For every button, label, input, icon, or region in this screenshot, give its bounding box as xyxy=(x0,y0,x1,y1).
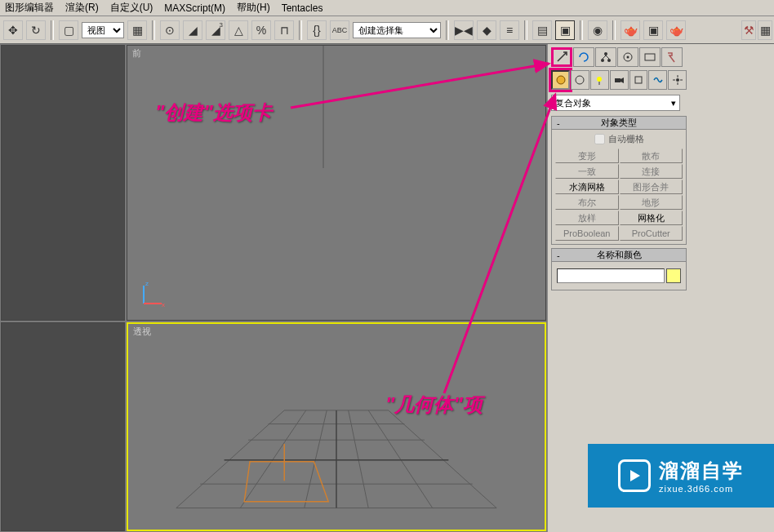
svg-line-17 xyxy=(349,410,369,508)
btn-terrain: 地形 xyxy=(620,195,683,210)
reference-dropdown[interactable]: 视图 xyxy=(82,22,124,38)
object-type-rollout-header[interactable]: - 对象类型 xyxy=(551,116,687,130)
subtab-geometry[interactable] xyxy=(551,70,570,90)
tab-utilities[interactable] xyxy=(661,47,683,67)
svg-point-28 xyxy=(627,56,629,59)
tab-display[interactable] xyxy=(639,47,661,67)
selection-set-dropdown[interactable]: 创建选择集 xyxy=(353,22,441,38)
menu-bar: 图形编辑器 渲染(R) 自定义(U) MAXScript(M) 帮助(H) Te… xyxy=(0,0,774,16)
subtab-spacewarps[interactable] xyxy=(648,70,667,90)
viewport-front[interactable]: 前 z x xyxy=(127,45,546,321)
angle-snap-icon[interactable]: △ xyxy=(229,20,248,40)
display-icon xyxy=(643,51,656,64)
btn-blobmesh[interactable]: 水滴网格 xyxy=(555,180,619,194)
abc-icon[interactable]: ABC xyxy=(330,20,349,40)
scale-tool-icon[interactable]: ▢ xyxy=(59,20,78,40)
axis-gizmo-front: z x xyxy=(137,277,170,310)
viewport-bottom-left[interactable] xyxy=(1,322,125,531)
svg-rect-35 xyxy=(635,77,642,83)
perspective-grid xyxy=(128,324,545,529)
object-name-input[interactable] xyxy=(557,268,665,283)
sphere-icon xyxy=(555,74,567,86)
svg-point-24 xyxy=(604,52,607,55)
curve-editor-icon[interactable]: ▤ xyxy=(532,20,552,40)
systems-icon xyxy=(672,74,683,86)
viewports: 前 z x 透视 xyxy=(0,44,547,532)
tab-motion[interactable] xyxy=(617,47,638,67)
menu-item-customize[interactable]: 自定义(U) xyxy=(110,1,153,15)
name-color-rollout-title: 名称和颜色 xyxy=(597,249,642,261)
menu-item-help[interactable]: 帮助(H) xyxy=(237,1,270,15)
hierarchy-icon xyxy=(599,51,612,64)
snap-3-icon[interactable]: ◢3 xyxy=(206,20,225,40)
hammer-icon xyxy=(665,51,678,64)
front-grid xyxy=(127,46,372,168)
btn-procutter: ProCutter xyxy=(620,226,683,241)
svg-point-30 xyxy=(557,76,565,84)
svg-rect-29 xyxy=(645,54,655,60)
svg-line-16 xyxy=(305,410,327,508)
percent-snap-icon[interactable]: % xyxy=(251,20,271,40)
menu-item-render[interactable]: 渲染(R) xyxy=(65,1,99,15)
svg-point-31 xyxy=(576,76,584,84)
svg-line-18 xyxy=(368,410,432,508)
play-icon xyxy=(618,459,651,492)
menu-item-graph-editor[interactable]: 图形编辑器 xyxy=(5,1,54,15)
render-frame-icon[interactable]: ▣ xyxy=(643,20,663,40)
subtab-helpers[interactable] xyxy=(629,70,648,90)
subtab-systems[interactable] xyxy=(668,70,687,90)
btn-mesher[interactable]: 网格化 xyxy=(620,211,683,225)
rollout-toggle-icon-2: - xyxy=(557,250,560,260)
quick-render-icon[interactable]: 🫖 xyxy=(666,20,686,40)
tab-create[interactable] xyxy=(551,47,572,67)
svg-line-19 xyxy=(389,410,496,508)
extra-tool-1-icon[interactable]: ⚒ xyxy=(741,20,756,40)
shape-icon xyxy=(574,74,585,86)
menu-item-maxscript[interactable]: MAXScript(M) xyxy=(164,2,225,14)
tab-modify[interactable] xyxy=(573,47,594,67)
tab-hierarchy[interactable] xyxy=(595,47,616,67)
svg-point-26 xyxy=(607,59,611,62)
svg-rect-34 xyxy=(615,78,621,82)
snap-edge-icon[interactable]: ◢ xyxy=(183,20,202,40)
named-sel-icon[interactable]: {} xyxy=(307,20,327,40)
object-color-swatch[interactable] xyxy=(666,268,681,283)
auto-grid-checkbox xyxy=(594,134,605,144)
spacewarp-icon xyxy=(652,74,664,86)
viewport-top-left[interactable] xyxy=(1,45,125,321)
grid-icon[interactable]: ▦ xyxy=(127,20,147,40)
align-icon[interactable]: ◆ xyxy=(477,20,496,40)
layers-icon[interactable]: ≡ xyxy=(500,20,519,40)
category-dropdown[interactable]: 复合对象 ▾ xyxy=(551,95,680,111)
menu-item-tentacles[interactable]: Tentacles xyxy=(282,2,323,14)
subtab-lights[interactable] xyxy=(590,70,609,90)
subtab-shapes[interactable] xyxy=(571,70,589,90)
mirror-icon[interactable]: ▶◀ xyxy=(454,20,474,40)
btn-boolean: 布尔 xyxy=(555,195,619,210)
schematic-icon[interactable]: ▣ xyxy=(555,20,575,40)
subtab-cameras[interactable] xyxy=(610,70,629,90)
render-setup-icon[interactable]: 🫖 xyxy=(621,20,640,40)
rotate-tool-icon[interactable]: ↻ xyxy=(26,20,46,40)
svg-point-36 xyxy=(676,78,679,82)
chevron-down-icon: ▾ xyxy=(671,98,676,109)
svg-marker-40 xyxy=(630,470,640,481)
name-color-rollout-header[interactable]: - 名称和颜色 xyxy=(551,248,687,262)
object-type-rollout-title: 对象类型 xyxy=(601,117,637,129)
btn-proboolean: ProBoolean xyxy=(555,226,619,241)
snap-vertex-icon[interactable]: ⊙ xyxy=(160,20,180,40)
extra-tool-2-icon[interactable]: ▦ xyxy=(758,20,772,40)
auto-grid-row: 自动栅格 xyxy=(555,133,683,145)
magnet-icon[interactable]: ⊓ xyxy=(274,20,294,40)
viewport-perspective[interactable]: 透视 xyxy=(127,322,546,531)
material-editor-icon[interactable]: ◉ xyxy=(588,20,607,40)
main-toolbar: ✥ ↻ ▢ 视图 ▦ ⊙ ◢ ◢3 △ % ⊓ {} ABC 创建选择集 ▶◀ … xyxy=(0,16,774,44)
btn-conform: 一致 xyxy=(555,164,619,179)
watermark-title: 溜溜自学 xyxy=(659,458,744,484)
object-type-rollout: - 对象类型 自动栅格 变形 散布 一致 连接 水滴网格 图形合并 布尔 地形 xyxy=(551,116,687,245)
move-tool-icon[interactable]: ✥ xyxy=(3,20,23,40)
toolbar-right-strip: ⚒ ▦ xyxy=(740,16,774,44)
btn-connect: 连接 xyxy=(620,164,683,179)
svg-text:z: z xyxy=(145,280,149,287)
svg-marker-22 xyxy=(244,462,328,502)
